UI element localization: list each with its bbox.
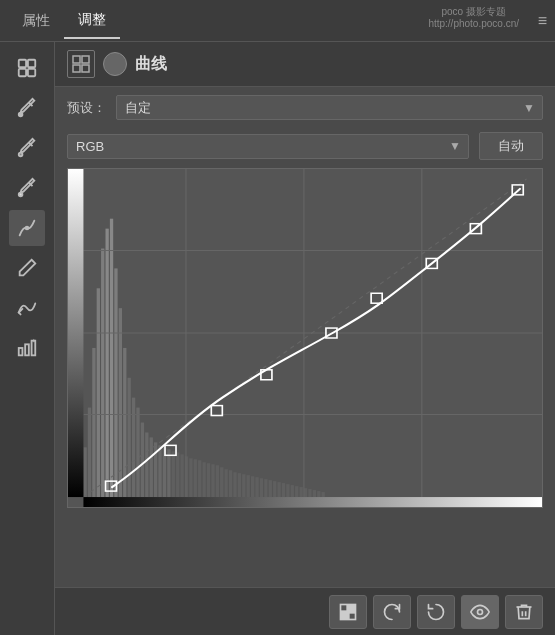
svg-rect-65 [286,484,289,497]
svg-rect-14 [73,56,80,63]
svg-rect-40 [176,452,179,497]
svg-rect-44 [194,459,197,497]
poco-logo: poco 摄影专题 http://photo.poco.cn/ [428,6,519,30]
svg-rect-45 [198,460,201,497]
curves-svg [68,169,542,507]
svg-rect-28 [123,348,126,497]
svg-rect-70 [308,489,311,497]
svg-rect-32 [141,423,144,498]
svg-rect-94 [341,612,348,619]
svg-rect-52 [229,470,232,497]
curves-canvas[interactable] [67,168,543,508]
svg-rect-41 [180,454,183,497]
svg-rect-22 [97,288,100,497]
svg-point-5 [19,113,23,117]
channel-row: RGB 红 绿 蓝 ▼ 自动 [55,128,555,168]
svg-rect-39 [172,451,175,497]
svg-rect-58 [255,477,258,497]
warning-tool[interactable] [9,330,45,366]
svg-rect-53 [233,472,236,497]
svg-rect-3 [28,69,35,76]
smooth-tool[interactable] [9,290,45,326]
svg-rect-91 [68,169,83,497]
svg-rect-55 [242,474,245,497]
svg-rect-1 [28,60,35,67]
svg-rect-33 [145,432,148,497]
masks-button[interactable] [329,595,367,629]
svg-rect-51 [225,469,228,497]
curves-circle-icon [103,52,127,76]
svg-rect-71 [313,490,316,497]
curves-graph-area [55,168,555,587]
svg-rect-57 [251,476,254,497]
svg-rect-61 [269,480,272,497]
svg-rect-90 [83,497,542,507]
svg-rect-36 [158,445,161,497]
svg-rect-93 [349,604,356,611]
redo-button[interactable] [373,595,411,629]
preset-select-wrapper: 自定 ▼ [116,95,543,120]
svg-rect-15 [82,56,89,63]
curves-header: 曲线 [55,42,555,87]
svg-rect-26 [114,268,117,497]
preset-select[interactable]: 自定 [116,95,543,120]
svg-rect-60 [264,479,267,497]
svg-rect-62 [273,481,276,497]
svg-rect-54 [238,473,241,497]
svg-rect-49 [216,465,219,497]
visibility-button[interactable] [461,595,499,629]
auto-adjust-tool[interactable] [9,50,45,86]
svg-rect-68 [299,487,302,497]
eyedropper-gray-tool[interactable] [9,130,45,166]
eyedropper-white-tool[interactable] [9,170,45,206]
svg-rect-23 [101,249,104,498]
svg-rect-27 [119,308,122,497]
svg-rect-48 [211,464,214,497]
svg-rect-59 [260,478,263,497]
curve-select-tool[interactable] [9,210,45,246]
svg-rect-19 [83,447,86,497]
preset-label: 预设： [67,99,106,117]
svg-point-9 [19,193,23,197]
eyedropper-black-tool[interactable] [9,90,45,126]
svg-rect-72 [317,491,320,497]
reset-button[interactable] [417,595,455,629]
svg-rect-16 [73,65,80,72]
svg-rect-66 [291,485,294,497]
top-tabs-bar: 属性 调整 poco 摄影专题 http://photo.poco.cn/ ≡ [0,0,555,42]
svg-rect-30 [132,398,135,497]
preset-row: 预设： 自定 ▼ [55,87,555,128]
right-content: 曲线 预设： 自定 ▼ RGB 红 绿 蓝 ▼ 自动 [55,42,555,635]
svg-rect-21 [92,348,95,497]
tab-adjust[interactable]: 调整 [64,3,120,39]
svg-point-10 [26,227,29,230]
svg-rect-29 [128,378,131,497]
menu-icon[interactable]: ≡ [538,12,547,30]
svg-rect-73 [322,492,325,497]
curves-grid-icon [67,50,95,78]
svg-rect-31 [136,408,139,497]
svg-rect-67 [295,486,298,497]
pencil-tool[interactable] [9,250,45,286]
svg-rect-34 [150,437,153,497]
auto-button[interactable]: 自动 [479,132,543,160]
tab-properties[interactable]: 属性 [8,4,64,38]
svg-rect-43 [189,458,192,497]
svg-rect-20 [88,408,91,497]
svg-rect-38 [167,449,170,497]
svg-rect-50 [220,467,223,497]
svg-rect-24 [105,229,108,497]
delete-button[interactable] [505,595,543,629]
svg-rect-56 [247,475,250,497]
svg-rect-0 [19,60,26,67]
svg-rect-95 [349,612,356,619]
channel-select[interactable]: RGB 红 绿 蓝 [67,134,469,159]
curves-title: 曲线 [135,54,167,75]
svg-rect-11 [19,348,23,355]
svg-rect-63 [277,482,280,497]
svg-rect-64 [282,483,285,497]
svg-point-7 [19,153,23,157]
svg-rect-12 [25,344,29,355]
svg-rect-25 [110,219,113,497]
svg-rect-46 [202,462,205,497]
